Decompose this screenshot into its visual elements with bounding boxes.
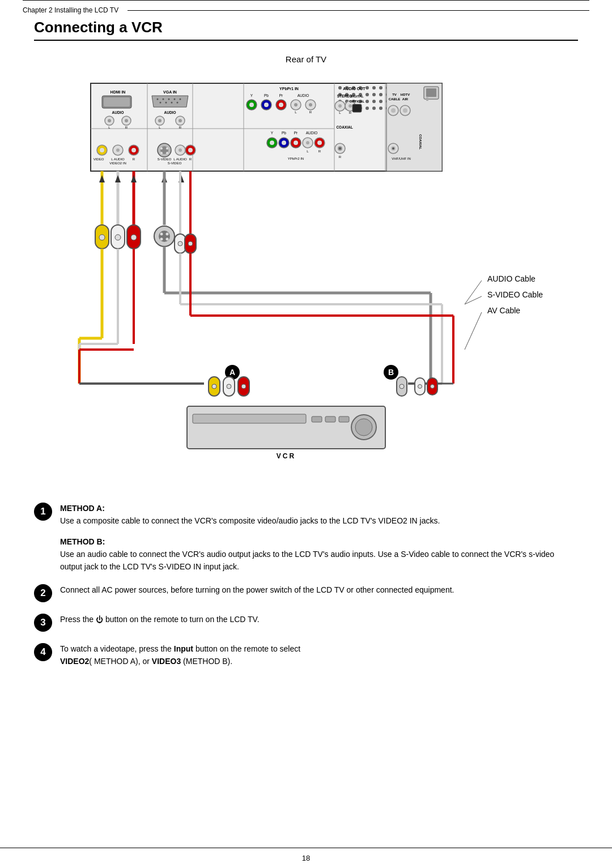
svg-point-76 <box>163 99 164 100</box>
svg-point-83 <box>177 102 178 104</box>
svg-point-47 <box>366 107 369 110</box>
svg-text:AUDIO: AUDIO <box>164 110 176 114</box>
svg-rect-167 <box>426 88 436 97</box>
svg-point-48 <box>372 107 376 110</box>
svg-point-123 <box>166 152 168 154</box>
svg-text:AUDIO OUT: AUDIO OUT <box>343 87 366 91</box>
svg-text:AUDIO: AUDIO <box>112 110 124 114</box>
method-a-heading: METHOD A: <box>60 504 105 513</box>
svg-text:VIDEO2 IN: VIDEO2 IN <box>109 161 126 165</box>
svg-point-105 <box>309 103 312 107</box>
svg-text:Y: Y <box>271 131 274 135</box>
svg-text:COAXIAL: COAXIAL <box>336 125 352 129</box>
svg-point-208 <box>188 241 193 246</box>
svg-point-99 <box>264 103 269 107</box>
svg-point-249 <box>418 385 422 389</box>
svg-point-259 <box>355 419 372 436</box>
svg-rect-168 <box>426 97 428 101</box>
svg-point-196 <box>115 235 121 240</box>
svg-point-97 <box>249 103 254 107</box>
svg-text:VHF/UHF IN: VHF/UHF IN <box>392 157 411 160</box>
svg-point-252 <box>431 385 435 389</box>
svg-point-174 <box>391 108 396 113</box>
svg-text:R: R <box>133 158 135 161</box>
svg-rect-256 <box>325 416 335 422</box>
svg-point-127 <box>188 148 193 152</box>
svg-point-201 <box>160 233 163 236</box>
svg-rect-257 <box>339 416 349 422</box>
svg-text:Y: Y <box>250 93 253 97</box>
svg-text:Pb: Pb <box>282 131 286 135</box>
svg-point-206 <box>178 241 182 246</box>
svg-text:VGA IN: VGA IN <box>163 90 177 94</box>
step-3-row: 3 Press the ⏻ button on the remote to tu… <box>34 614 578 632</box>
svg-text:VCR: VCR <box>277 452 296 460</box>
svg-text:S-VIDEO: S-VIDEO <box>158 158 172 161</box>
svg-point-5 <box>366 86 369 90</box>
page-title: Connecting a VCR <box>34 19 578 41</box>
svg-point-49 <box>379 107 382 110</box>
svg-text:HDTV: HDTV <box>401 93 410 96</box>
svg-point-81 <box>165 102 167 104</box>
svg-point-109 <box>100 148 104 152</box>
svg-text:HDMI IN: HDMI IN <box>110 90 126 94</box>
svg-point-70 <box>125 119 128 122</box>
method-b-heading: METHOD B: <box>60 537 105 546</box>
svg-point-7 <box>379 86 382 90</box>
svg-point-163 <box>339 147 341 150</box>
svg-point-19 <box>366 93 369 96</box>
svg-text:R: R <box>189 158 192 161</box>
step-2-text: Connect all AC power sources, before tur… <box>60 584 578 597</box>
svg-point-237 <box>212 384 216 389</box>
svg-text:AUDIO: AUDIO <box>306 131 318 135</box>
svg-marker-185 <box>99 175 105 182</box>
svg-line-232 <box>465 312 482 350</box>
svg-point-141 <box>294 141 298 145</box>
svg-marker-74 <box>152 96 188 107</box>
svg-point-203 <box>160 238 163 241</box>
step-2-number: 2 <box>34 584 52 602</box>
method-b-text: Use an audio cable to connect the VCR's … <box>60 550 554 571</box>
svg-text:Pr: Pr <box>294 131 298 135</box>
top-rule <box>23 0 589 1</box>
svg-point-200 <box>159 231 170 242</box>
svg-rect-65 <box>104 97 130 107</box>
svg-text:YPbPr1 IN: YPbPr1 IN <box>279 87 299 91</box>
svg-marker-187 <box>131 175 137 182</box>
svg-point-101 <box>279 103 283 107</box>
svg-point-120 <box>160 147 163 150</box>
svg-text:R: R <box>349 111 352 114</box>
svg-point-180 <box>392 147 394 150</box>
step-4-text: To watch a videotape, press the Input bu… <box>60 643 578 667</box>
step-3-number: 3 <box>34 614 52 632</box>
page-number: 18 <box>302 854 310 862</box>
svg-text:AV Cable: AV Cable <box>487 306 520 315</box>
diagram-container: Rear of TV <box>34 54 578 497</box>
svg-point-6 <box>372 86 376 90</box>
step-2-row: 2 Connect all AC power sources, before t… <box>34 584 578 602</box>
svg-point-20 <box>372 93 376 96</box>
svg-rect-255 <box>312 416 322 422</box>
step-4-content: To watch a videotape, press the Input bu… <box>60 643 578 667</box>
svg-point-121 <box>166 147 168 150</box>
header-rule <box>128 10 589 11</box>
svg-text:AUDIO Cable: AUDIO Cable <box>487 274 536 283</box>
svg-line-230 <box>465 280 482 304</box>
svg-point-143 <box>306 141 309 144</box>
instructions: 1 METHOD A: Use a composite cable to con… <box>34 503 578 668</box>
step-3-text: Press the ⏻ button on the remote to turn… <box>60 614 578 626</box>
svg-point-125 <box>178 148 182 152</box>
svg-text:R: R <box>125 126 128 129</box>
page-footer: 18 <box>0 848 612 868</box>
step-1-number: 1 <box>34 503 52 521</box>
svg-text:Pr: Pr <box>279 93 283 97</box>
svg-point-1 <box>338 86 342 90</box>
svg-point-33 <box>366 100 369 103</box>
svg-text:TV: TV <box>392 93 397 96</box>
svg-rect-159 <box>352 104 362 112</box>
svg-text:R: R <box>179 126 182 129</box>
step-1-content: METHOD A: Use a composite cable to conne… <box>60 503 578 573</box>
svg-point-204 <box>166 238 169 241</box>
svg-text:AUDIO: AUDIO <box>298 93 309 97</box>
svg-text:S-VIDEO: S-VIDEO <box>168 161 182 165</box>
